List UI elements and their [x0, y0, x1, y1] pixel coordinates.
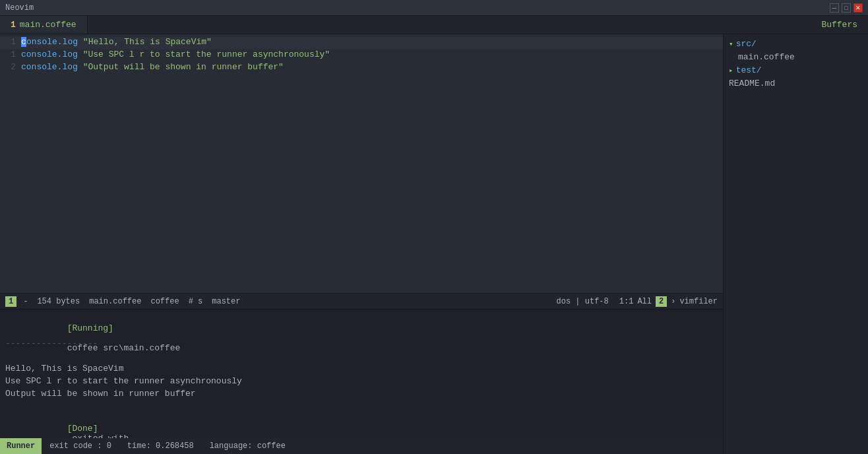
vimfiler-buffer-num: 2: [656, 296, 667, 307]
terminal-output-spc: Use SPC l r to start the runner asynchro…: [5, 376, 718, 389]
terminal-content: [Running] coffee src\main.coffee -------…: [0, 309, 723, 438]
main-layout: 1 main.coffee Buffers 1 console.log "Hel…: [0, 16, 868, 454]
filetree-src-folder[interactable]: ▾ src/: [724, 37, 868, 50]
statusbar: 1 - 154 bytes main.coffee coffee # s mas…: [0, 293, 723, 309]
vimfiler-name: vimfiler: [679, 297, 718, 306]
line-number: 1: [3, 37, 21, 47]
window-controls: ─ □ ✕: [830, 3, 863, 13]
titlebar: Neovim ─ □ ✕: [0, 0, 868, 16]
status-visibility: All: [637, 297, 652, 306]
status-position: 1:1: [619, 297, 634, 306]
active-tab[interactable]: 1 main.coffee: [0, 16, 88, 34]
folder-arrow-test: ▸: [729, 66, 733, 75]
filetree-maincoffee-label: main.coffee: [738, 52, 795, 62]
maximize-button[interactable]: □: [842, 3, 851, 13]
runner-statusbar: Runner exit code : 0 time: 0.268458 lang…: [0, 438, 723, 454]
status-filename: main.coffee: [89, 297, 141, 306]
editor-line: 2 console.log "Output will be shown in r…: [0, 62, 723, 75]
runner-language: language: coffee: [202, 441, 294, 451]
done-text-pre: exited with: [67, 434, 134, 438]
terminal-done-line: [Done] exited with code=0 in 0.268458 se…: [5, 414, 718, 426]
filetree-src-label: src/: [736, 39, 757, 49]
terminal-output-runner: Output will be shown in runner buffer: [5, 389, 718, 401]
filetree-maincoffee[interactable]: main.coffee: [724, 50, 868, 63]
terminal-pane: [Running] coffee src\main.coffee -------…: [0, 309, 723, 454]
cursor: c: [21, 37, 26, 47]
status-bytes: 154 bytes: [37, 297, 80, 306]
buffers-label: Buffers: [811, 16, 868, 34]
status-filetype: coffee: [150, 297, 179, 306]
tab-number: 1: [11, 20, 16, 30]
status-separator: -: [23, 297, 28, 306]
filetree-pane: ▾ src/ main.coffee ▸ test/ README.md: [723, 34, 868, 454]
app-title: Neovim: [5, 3, 34, 13]
tabbar: 1 main.coffee Buffers: [0, 16, 868, 34]
runner-time: time: 0.268458: [119, 441, 202, 451]
editor-pane[interactable]: 1 console.log "Hello, This is SpaceVim" …: [0, 34, 723, 309]
line-content: console.log "Use SPC l r to start the ru…: [21, 49, 330, 59]
runner-badge: Runner: [0, 438, 42, 454]
editor-line: 1 console.log "Use SPC l r to start the …: [0, 49, 723, 62]
line-number: 1: [3, 49, 21, 59]
editor-line: 1 console.log "Hello, This is SpaceVim": [0, 37, 723, 49]
minimize-button[interactable]: ─: [830, 3, 839, 13]
status-extra: # s: [189, 297, 203, 306]
close-button[interactable]: ✕: [853, 3, 863, 13]
line-number: 2: [3, 62, 21, 72]
editor-column: 1 console.log "Hello, This is SpaceVim" …: [0, 34, 723, 454]
done-label: [Done]: [67, 424, 98, 434]
folder-arrow-src: ▾: [729, 40, 733, 48]
content-area: 1 console.log "Hello, This is SpaceVim" …: [0, 34, 868, 454]
filetree-readme[interactable]: README.md: [724, 77, 868, 90]
filetree-readme-label: README.md: [729, 79, 775, 88]
runner-exit: exit code : 0: [42, 441, 119, 451]
status-branch: master: [212, 297, 240, 306]
buffer-number-badge: 1: [5, 296, 16, 307]
terminal-running-line: [Running] coffee src\main.coffee: [5, 313, 718, 326]
terminal-output-hello: Hello, This is SpaceVim: [5, 364, 718, 376]
vimfiler-arrow: ›: [671, 297, 675, 306]
filetree-test-folder[interactable]: ▸ test/: [724, 63, 868, 77]
filetree-test-label: test/: [736, 65, 762, 75]
running-label: [Running]: [67, 323, 113, 333]
editor-content: 1 console.log "Hello, This is SpaceVim" …: [0, 34, 723, 293]
line-content: console.log "Hello, This is SpaceVim": [21, 37, 212, 47]
tab-spacer: [88, 16, 811, 34]
line-content: console.log "Output will be shown in run…: [21, 62, 284, 72]
status-encoding: dos | utf-8: [557, 297, 609, 306]
tab-filename: main.coffee: [20, 20, 77, 30]
terminal-blank2: [5, 401, 718, 414]
status-right: dos | utf-8 1:1 All 2 › vimfiler: [557, 296, 718, 307]
